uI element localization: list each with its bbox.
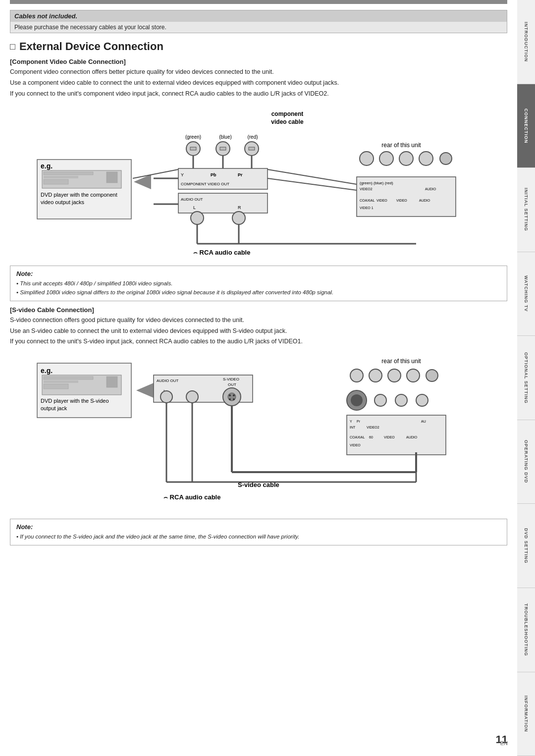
svideo-diagram-svg: e.g. DVD player with the S-video output … <box>10 353 495 512</box>
component-section: [Component Video Cable Connection] Compo… <box>10 58 507 259</box>
svg-text:e.g.: e.g. <box>41 367 53 375</box>
svg-text:L: L <box>193 205 196 210</box>
svg-text:AUDIO OUT: AUDIO OUT <box>157 378 179 383</box>
svg-point-93 <box>388 369 401 382</box>
svg-text:S-VIDEO: S-VIDEO <box>223 377 239 381</box>
svideo-heading: [S-video Cable Connection] <box>10 306 507 314</box>
svg-text:VIDEO: VIDEO <box>396 199 407 202</box>
svideo-para2: Use an S-video cable to connect the unit… <box>10 326 507 336</box>
sidebar-watching-tv: WATCHING TV <box>517 252 535 336</box>
svg-text:output jack: output jack <box>41 405 67 411</box>
svg-rect-37 <box>44 176 78 178</box>
svg-text:VIDEO2: VIDEO2 <box>360 187 373 191</box>
svg-text:Y: Y <box>350 420 352 423</box>
cables-description: Please purchase the necessary cables at … <box>10 22 507 33</box>
svg-rect-39 <box>107 172 117 183</box>
svg-text:e.g.: e.g. <box>41 162 53 170</box>
svg-rect-19 <box>178 193 268 213</box>
svideo-para3: If you connect to the unit's S-video inp… <box>10 337 507 346</box>
svg-point-46 <box>399 152 413 165</box>
svg-line-58 <box>268 169 357 184</box>
component-diagram: component video cable (green) (blue) (re… <box>10 105 507 259</box>
sidebar-dvd-setting: DVD SETTING <box>517 504 535 588</box>
svg-text:Pr: Pr <box>357 420 361 423</box>
svg-point-94 <box>407 369 420 382</box>
main-content: Cables not included. Please purchase the… <box>0 0 517 560</box>
svg-point-48 <box>440 153 452 164</box>
svg-point-47 <box>419 152 433 165</box>
note1-text: • This unit accepts 480i / 480p / simpli… <box>16 279 501 297</box>
svg-text:VIDEO: VIDEO <box>350 443 361 447</box>
svg-text:DVD player with the S-video: DVD player with the S-video <box>41 398 109 404</box>
cables-title: Cables not included. <box>10 10 507 22</box>
sidebar-connection: CONNECTION <box>517 84 535 168</box>
svg-text:video output jacks: video output jacks <box>41 199 85 205</box>
sidebar-operating-dvd: OPERATING DVD <box>517 420 535 504</box>
svg-point-80 <box>233 394 235 396</box>
svg-point-75 <box>160 391 172 403</box>
svg-rect-38 <box>44 179 68 184</box>
svg-marker-69 <box>136 383 154 398</box>
sidebar-optional-setting: OPTIONAL SETTING <box>517 336 535 420</box>
page-label: EN <box>500 740 508 746</box>
svg-text:AUDIO: AUDIO <box>406 435 418 439</box>
page-title: □ External Device Connection <box>10 40 507 53</box>
svg-text:COAXIAL: COAXIAL <box>360 199 374 202</box>
svg-text:⌢ RCA audio cable: ⌢ RCA audio cable <box>163 493 220 501</box>
svg-text:⌢ RCA audio cable: ⌢ RCA audio cable <box>193 249 250 256</box>
svg-rect-65 <box>44 384 68 389</box>
svg-point-100 <box>416 394 428 406</box>
svg-text:VIDEO2: VIDEO2 <box>367 426 379 429</box>
svg-text:video cable: video cable <box>271 118 304 125</box>
svg-point-98 <box>374 394 386 406</box>
svg-rect-66 <box>107 377 117 387</box>
svideo-section: [S-video Cable Connection] S-video conne… <box>10 306 507 512</box>
svg-point-45 <box>379 152 393 165</box>
sidebar-troubleshooting: TROUBLESHOOTING <box>517 588 535 672</box>
svg-text:VIDEO: VIDEO <box>376 199 387 202</box>
svg-point-97 <box>351 394 363 406</box>
component-para3: If you connect to the unit's component v… <box>10 89 507 99</box>
svg-text:rear of this unit: rear of this unit <box>381 142 421 149</box>
component-diagram-svg: component video cable (green) (blue) (re… <box>10 105 495 259</box>
svg-point-91 <box>350 369 363 382</box>
svg-text:R: R <box>238 205 241 210</box>
svg-text:DVD player with the component: DVD player with the component <box>41 192 117 198</box>
svg-point-79 <box>229 394 231 396</box>
note1-box: Note: • This unit accepts 480i / 480p / … <box>10 266 507 301</box>
svg-point-95 <box>426 370 438 381</box>
svg-text:OUT: OUT <box>228 382 236 387</box>
svg-text:(green): (green) <box>185 134 201 140</box>
note2-text: • If you connect to the S-video jack and… <box>16 533 501 541</box>
svg-point-99 <box>395 394 407 406</box>
note1-title: Note: <box>16 270 501 277</box>
section-icon: □ <box>10 42 15 52</box>
svg-point-82 <box>233 398 235 400</box>
component-heading: [Component Video Cable Connection] <box>10 58 507 65</box>
svg-point-92 <box>369 369 382 382</box>
svg-text:Pb: Pb <box>211 172 216 177</box>
right-sidebar: INTRODUCTION CONNECTION INITIAL SETTING … <box>517 0 535 756</box>
svg-text:VIDEO: VIDEO <box>384 435 395 439</box>
svg-text:component: component <box>271 110 304 117</box>
svg-text:AUDIO: AUDIO <box>419 199 430 202</box>
sidebar-initial-setting: INITIAL SETTING <box>517 168 535 252</box>
svg-point-24 <box>232 212 245 224</box>
sidebar-information: INFORMATION <box>517 672 535 756</box>
svg-text:(green) (blue) (red): (green) (blue) (red) <box>360 181 393 185</box>
svg-point-76 <box>186 391 198 403</box>
svg-point-81 <box>229 398 231 400</box>
svg-text:COAXIAL: COAXIAL <box>350 435 365 439</box>
sidebar-introduction: INTRODUCTION <box>517 0 535 84</box>
svg-text:60: 60 <box>369 435 373 439</box>
svg-text:AUDIO: AUDIO <box>425 187 436 191</box>
note2-box: Note: • If you connect to the S-video ja… <box>10 519 507 545</box>
svg-text:VIDEO 1: VIDEO 1 <box>360 206 374 210</box>
svg-text:(blue): (blue) <box>219 134 232 140</box>
top-bar <box>10 0 507 4</box>
note2-title: Note: <box>16 523 501 531</box>
svg-point-44 <box>360 152 374 165</box>
svg-rect-6 <box>190 147 196 150</box>
svg-text:AU: AU <box>421 420 426 423</box>
svg-rect-10 <box>249 147 255 150</box>
